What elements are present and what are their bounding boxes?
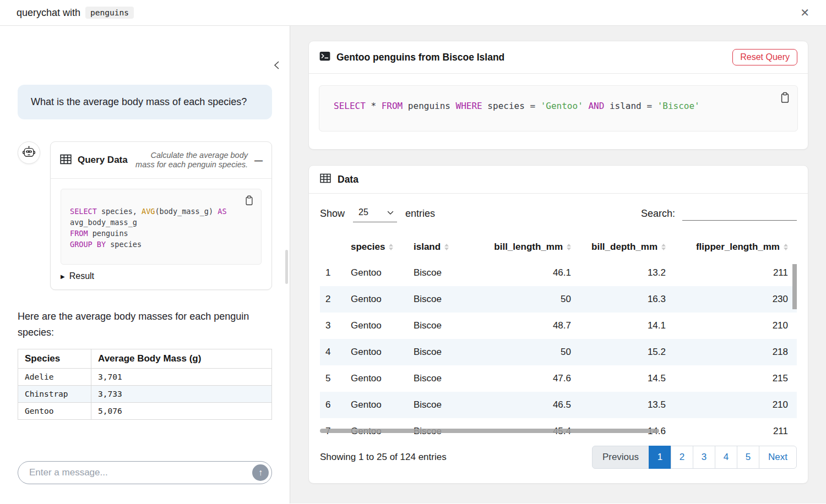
sql-token: 'Gentoo' [541, 101, 583, 111]
current-query-card: Gentoo penguins from Biscoe Island Reset… [308, 41, 808, 150]
data-table-cell: 6 [320, 392, 345, 418]
terminal-icon [319, 51, 330, 64]
table-controls: Show 25 entries Search: [320, 205, 797, 222]
horizontal-scrollbar[interactable] [320, 429, 659, 433]
answer-table-cell: Adelie [18, 368, 91, 385]
page-length-value: 25 [358, 207, 368, 217]
pagination-page-1[interactable]: 1 [649, 446, 671, 469]
user-message-text: What is the average body mass of each sp… [31, 94, 251, 110]
sidebar-collapse-icon[interactable] [272, 59, 281, 73]
close-icon[interactable]: ✕ [800, 7, 809, 18]
page-length-select[interactable]: 25 [353, 205, 397, 222]
sql-token: island = [604, 101, 657, 111]
data-table-cell: Biscoe [408, 339, 463, 365]
data-table-cell: Biscoe [408, 260, 463, 286]
data-table-cell: 211 [671, 260, 794, 286]
result-label: Result [69, 271, 94, 281]
answer-column-header: Average Body Mass (g) [91, 349, 272, 368]
sidebar-scrollbar[interactable] [285, 250, 288, 284]
sql-line: avg_body_mass_g [70, 217, 252, 228]
tool-card-header: Query Data Calculate the average body ma… [51, 142, 271, 179]
copy-icon[interactable] [243, 194, 256, 209]
sql-token: SELECT [70, 207, 97, 216]
tool-card-collapse-icon[interactable]: — [253, 156, 264, 165]
data-table-cell [794, 313, 797, 339]
main-layout: What is the average body mass of each sp… [0, 26, 826, 503]
sort-icon [784, 244, 788, 250]
sql-token: (body_mass_g) [155, 207, 218, 216]
data-table-cell: Gentoo [345, 313, 408, 339]
data-table-cell: 13.2 [577, 260, 671, 286]
answer-table-row: Gentoo5,076 [18, 402, 272, 419]
data-table-cell: 230 [671, 286, 794, 313]
column-label: flipper_length_mm [696, 242, 780, 253]
answer-column-header: Species [18, 349, 91, 368]
data-table-cell: 4 [320, 339, 345, 365]
pagination-next-button[interactable]: Next [759, 446, 797, 469]
pagination: Previous12345Next [592, 446, 797, 469]
page-length-control: Show 25 entries [320, 205, 435, 222]
chat-message-input[interactable] [18, 461, 272, 484]
column-label: species [351, 242, 385, 253]
data-table-cell: 13.5 [577, 392, 671, 418]
tool-call-card: Query Data Calculate the average body ma… [50, 141, 272, 290]
data-table-cell: 50 [463, 286, 577, 313]
sort-icon [661, 244, 666, 250]
data-table-cell: 50 [463, 339, 577, 365]
tool-card-title: Query Data [78, 155, 128, 166]
search-input[interactable] [682, 206, 797, 221]
answer-table-cell: Gentoo [18, 402, 91, 419]
data-table-cell: Biscoe [408, 313, 463, 339]
data-table-cell: Gentoo [345, 392, 408, 418]
sql-token [583, 101, 589, 111]
data-table-cell: Gentoo [345, 339, 408, 365]
search-control: Search: [641, 206, 797, 221]
entries-info: Showing 1 to 25 of 124 entries [320, 452, 447, 463]
vertical-scrollbar[interactable] [792, 264, 797, 309]
column-header-bill_length_mm[interactable]: bill_length_mm [463, 235, 577, 260]
sql-token: penguins [88, 229, 128, 238]
tool-card-caption: Calculate the average body mass for each… [133, 151, 248, 170]
pagination-page-4[interactable]: 4 [715, 446, 737, 469]
column-header-species[interactable]: species [345, 235, 408, 260]
search-label: Search: [641, 208, 675, 220]
sort-icon [389, 244, 393, 250]
column-header-bill_depth_mm[interactable]: bill_depth_mm [577, 235, 671, 260]
column-header-inner: species [351, 242, 403, 253]
pagination-previous-button[interactable]: Previous [592, 446, 649, 469]
answer-table-row: Adelie3,701 [18, 368, 272, 385]
sql-line: GROUP BY species [70, 239, 252, 250]
column-header-flipper_length_mm[interactable]: flipper_length_mm [671, 235, 794, 260]
result-disclosure[interactable]: ▶ Result [61, 271, 262, 281]
column-header-inner: island [414, 242, 458, 253]
dataset-badge: penguins [85, 7, 134, 19]
answer-table-row: Chinstrap3,733 [18, 385, 272, 402]
column-header-inner: flipper_length_mm [677, 242, 788, 253]
data-table-cell: 16.3 [577, 286, 671, 313]
reset-query-button[interactable]: Reset Query [732, 49, 797, 65]
pagination-page-5[interactable]: 5 [737, 446, 759, 469]
data-card-title: Data [338, 174, 358, 185]
column-header-island[interactable]: island [408, 235, 463, 260]
data-table: speciesislandbill_length_mmbill_depth_mm… [320, 235, 797, 435]
data-table-cell [794, 365, 797, 392]
pagination-page-3[interactable]: 3 [693, 446, 715, 469]
data-card-header: Data [309, 166, 808, 194]
sql-token: species, [97, 207, 142, 216]
data-table-row: 4GentooBiscoe5015.2218 [320, 339, 797, 365]
data-table-cell: 210 [671, 313, 794, 339]
send-button[interactable]: ↑ [252, 464, 269, 481]
pagination-page-2[interactable]: 2 [671, 446, 693, 469]
tool-card-body: SELECT species, AVG(body_mass_g) ASavg_b… [51, 179, 271, 289]
data-table-cell [794, 392, 797, 418]
data-table-row: 2GentooBiscoe5016.3230 [320, 286, 797, 313]
sql-code-block: SELECT species, AVG(body_mass_g) ASavg_b… [61, 189, 262, 265]
entries-label: entries [405, 208, 435, 220]
data-table-cell: 47.6 [463, 365, 577, 392]
data-table-cell: Gentoo [345, 286, 408, 313]
data-table-cell [794, 339, 797, 365]
data-card-body: Show 25 entries Search: [309, 194, 808, 483]
copy-icon[interactable] [778, 91, 792, 106]
column-header-b: b [794, 235, 797, 260]
answer-table-cell: 5,076 [91, 402, 272, 419]
